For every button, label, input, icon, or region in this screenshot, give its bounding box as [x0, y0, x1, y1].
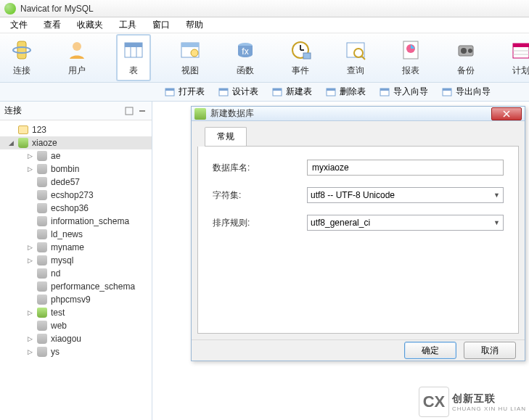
- tree-item-xiaogou[interactable]: ▷xiaogou: [0, 332, 152, 345]
- menu-5[interactable]: 帮助: [179, 17, 210, 33]
- menu-2[interactable]: 收藏夹: [70, 17, 110, 33]
- subtoolbar-open[interactable]: 打开表: [160, 84, 209, 99]
- close-icon: [503, 110, 510, 118]
- tree-item-nd[interactable]: nd: [0, 267, 152, 280]
- db-name-label: 数据库名:: [213, 162, 307, 174]
- db-name-input[interactable]: [307, 160, 504, 176]
- expand-arrow-icon[interactable]: ▷: [26, 152, 33, 160]
- folder-icon: [17, 124, 29, 136]
- database-icon: [36, 228, 48, 240]
- import-icon: [379, 86, 390, 98]
- collation-select[interactable]: utf8_general_ci ▼: [307, 215, 504, 231]
- app-icon: [4, 3, 16, 15]
- svg-rect-8: [181, 43, 199, 47]
- tree-label: ld_news: [51, 229, 83, 239]
- toolbar-query[interactable]: 查询: [340, 36, 372, 80]
- toolbar: 连接用户表视图fx函数事件查询报表备份计划: [0, 33, 529, 83]
- svg-rect-37: [380, 88, 389, 91]
- sidebar: 连接 123◢xiaoze▷ae▷bombindede57ecshop273ec…: [0, 102, 152, 420]
- tree-label: 123: [32, 125, 46, 135]
- toolbar-table[interactable]: 表: [116, 34, 151, 81]
- database-icon: [36, 268, 48, 279]
- database-icon: [36, 255, 48, 266]
- toolbar-event[interactable]: 事件: [284, 36, 316, 80]
- collapse-arrow-icon[interactable]: ◢: [7, 139, 15, 147]
- tree-label: nd: [51, 268, 60, 279]
- tree-item-123[interactable]: 123: [0, 123, 152, 136]
- database-icon: [36, 176, 48, 188]
- tree-item-information_schema[interactable]: information_schema: [0, 215, 152, 228]
- tree-item-ld_news[interactable]: ld_news: [0, 228, 152, 241]
- svg-point-22: [461, 48, 467, 54]
- database-icon: [36, 215, 48, 227]
- expand-arrow-icon[interactable]: ▷: [26, 348, 33, 355]
- tree-label: xiaogou: [51, 334, 81, 344]
- svg-rect-40: [126, 107, 133, 115]
- dialog-panel: 数据库名: 字符集: utf8 -- UTF-8 Unicode ▼ 排序规则:…: [197, 147, 519, 334]
- svg-point-9: [191, 49, 198, 57]
- tree-label: phpcmsv9: [51, 295, 91, 305]
- toolbar-user[interactable]: 用户: [61, 36, 93, 80]
- subtoolbar-delete[interactable]: 删除表: [321, 84, 370, 99]
- charset-select[interactable]: utf8 -- UTF-8 Unicode ▼: [307, 187, 504, 203]
- sidebar-title: 连接: [4, 104, 22, 117]
- expand-arrow-icon[interactable]: ▷: [26, 244, 33, 251]
- toolbar-plan[interactable]: 计划: [505, 36, 529, 80]
- database-icon: [36, 163, 48, 175]
- toolbar-backup[interactable]: 备份: [450, 36, 482, 80]
- menu-1[interactable]: 查看: [36, 17, 68, 33]
- collapse-icon[interactable]: [137, 106, 147, 116]
- expand-arrow-icon[interactable]: ▷: [26, 309, 33, 316]
- svg-rect-35: [327, 88, 335, 91]
- dialog-title: 新建数据库: [210, 107, 491, 120]
- svg-rect-39: [443, 88, 451, 91]
- expand-arrow-icon[interactable]: ▷: [26, 165, 33, 173]
- tree-item-ys[interactable]: ▷ys: [0, 345, 152, 358]
- subtoolbar-design[interactable]: 设计表: [213, 84, 263, 99]
- ok-button[interactable]: 确定: [404, 342, 456, 359]
- subtoolbar-export[interactable]: 导出向导: [437, 84, 495, 99]
- connect-icon: [10, 38, 33, 62]
- tree-item-test[interactable]: ▷test: [0, 306, 152, 319]
- menu-3[interactable]: 工具: [112, 17, 144, 33]
- toolbar-func[interactable]: fx函数: [229, 36, 261, 80]
- tree-item-phpcmsv9[interactable]: phpcmsv9: [0, 293, 152, 306]
- tree-item-ecshop36[interactable]: ecshop36: [0, 202, 152, 215]
- dialog-titlebar[interactable]: 新建数据库: [192, 107, 525, 121]
- expand-arrow-icon[interactable]: ▷: [26, 335, 33, 342]
- tree-item-web[interactable]: web: [0, 319, 152, 332]
- dialog-body: 常规 数据库名: 字符集: utf8 -- UTF-8 Unicode ▼ 排序…: [192, 121, 525, 339]
- tab-general[interactable]: 常规: [205, 127, 247, 146]
- collation-label: 排序规则:: [213, 217, 307, 229]
- tree-item-dede57[interactable]: dede57: [0, 176, 152, 189]
- tree-item-performance_schema[interactable]: performance_schema: [0, 280, 152, 293]
- svg-text:fx: fx: [242, 46, 248, 57]
- menu-0[interactable]: 文件: [3, 17, 35, 33]
- toolbar-report[interactable]: 报表: [395, 36, 427, 80]
- tree-item-bombin[interactable]: ▷bombin: [0, 162, 152, 176]
- svg-rect-33: [273, 88, 282, 91]
- collation-value: utf8_general_ci: [311, 218, 370, 228]
- tree-item-xiaoze[interactable]: ◢xiaoze: [0, 136, 152, 149]
- tree-item-ae[interactable]: ▷ae: [0, 149, 152, 162]
- menu-4[interactable]: 窗口: [145, 17, 177, 33]
- sidebar-header-icons: [124, 106, 147, 116]
- tree-item-mysql[interactable]: ▷mysql: [0, 254, 152, 267]
- tree-label: dede57: [51, 177, 80, 187]
- svg-rect-29: [165, 88, 174, 91]
- app-title: Navicat for MySQL: [20, 4, 94, 14]
- expand-arrow-icon[interactable]: ▷: [26, 257, 33, 264]
- toolbar-view[interactable]: 视图: [174, 36, 206, 80]
- subtoolbar-import[interactable]: 导入向导: [374, 84, 432, 99]
- refresh-icon[interactable]: [124, 106, 134, 116]
- tree-item-myname[interactable]: ▷myname: [0, 241, 152, 254]
- toolbar-connect[interactable]: 连接: [6, 36, 38, 80]
- tree-label: ae: [51, 151, 60, 161]
- cancel-button[interactable]: 取消: [464, 342, 516, 359]
- tree-item-ecshop273[interactable]: ecshop273: [0, 189, 152, 202]
- database-icon: [36, 202, 48, 214]
- subtoolbar-new[interactable]: 新建表: [267, 84, 316, 99]
- table-icon: [122, 38, 145, 62]
- backup-icon: [454, 38, 477, 62]
- close-button[interactable]: [491, 107, 522, 120]
